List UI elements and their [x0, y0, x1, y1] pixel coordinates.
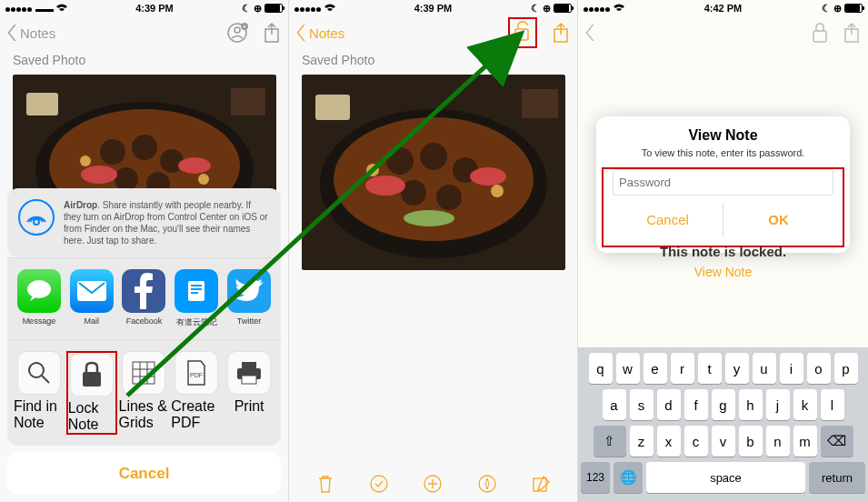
- check-circle-icon[interactable]: [369, 474, 389, 494]
- password-input[interactable]: [613, 169, 833, 196]
- keyboard: qwertyuiop asdfghjkl ⇧ zxcvbnm ⌫ 123 🌐 s…: [578, 347, 868, 502]
- nav-bar: [578, 16, 868, 49]
- action-lock[interactable]: Lock Note: [66, 351, 117, 435]
- app-mail[interactable]: Mail: [66, 269, 117, 328]
- phone-2: 4:39 PM ☾ ⊕ Notes Saved Photo: [289, 0, 578, 502]
- space-key[interactable]: space: [646, 462, 805, 493]
- key-a[interactable]: a: [603, 389, 626, 420]
- svg-text:+: +: [243, 24, 246, 30]
- key-x[interactable]: x: [657, 426, 681, 457]
- key-v[interactable]: v: [712, 426, 735, 457]
- unlock-icon[interactable]: [514, 21, 532, 41]
- app-label: Twitter: [237, 316, 262, 326]
- share-icon[interactable]: [263, 22, 281, 44]
- back-button[interactable]: Notes: [296, 25, 344, 41]
- dialog-cancel-button[interactable]: Cancel: [613, 203, 723, 236]
- trash-icon[interactable]: [315, 474, 335, 494]
- key-h[interactable]: h: [739, 389, 763, 420]
- key-k[interactable]: k: [793, 389, 817, 420]
- key-t[interactable]: t: [698, 353, 722, 384]
- compose-icon[interactable]: [531, 474, 551, 494]
- svg-point-14: [178, 157, 211, 174]
- status-bar: 4:39 PM ☾ ⊕: [289, 0, 577, 16]
- view-note-link[interactable]: View Note: [578, 265, 868, 279]
- app-facebook[interactable]: Facebook: [118, 269, 169, 328]
- app-message[interactable]: Message: [14, 269, 65, 328]
- back-label: Notes: [20, 25, 55, 41]
- dialog-ok-button[interactable]: OK: [723, 203, 833, 236]
- key-z[interactable]: z: [630, 426, 653, 457]
- backspace-key[interactable]: ⌫: [821, 426, 853, 457]
- svg-point-48: [404, 210, 454, 226]
- svg-point-13: [81, 166, 117, 184]
- key-e[interactable]: e: [644, 353, 667, 384]
- svg-point-46: [366, 164, 379, 176]
- key-g[interactable]: g: [712, 389, 735, 420]
- phone-1: ▬▬ 4:39 PM ☾ ⊕ Notes + Saved Photo AirDr…: [0, 0, 289, 502]
- svg-point-27: [29, 363, 44, 377]
- status-bar: ▬▬ 4:39 PM ☾ ⊕: [0, 0, 288, 16]
- svg-rect-29: [133, 362, 155, 384]
- key-d[interactable]: d: [657, 389, 681, 420]
- svg-point-51: [371, 476, 387, 492]
- lock-icon[interactable]: [812, 23, 828, 43]
- key-j[interactable]: j: [766, 389, 790, 420]
- back-button[interactable]: Notes: [7, 25, 55, 41]
- app-label: Facebook: [126, 316, 163, 326]
- key-l[interactable]: l: [821, 389, 844, 420]
- shift-key[interactable]: ⇧: [594, 426, 626, 457]
- plus-circle-icon[interactable]: [423, 474, 443, 494]
- svg-rect-23: [188, 281, 205, 301]
- app-youdao[interactable]: 有道云笔记: [171, 269, 222, 328]
- airdrop-section[interactable]: AirDrop. Share instantly with people nea…: [7, 188, 281, 257]
- key-i[interactable]: i: [780, 353, 803, 384]
- key-u[interactable]: u: [753, 353, 776, 384]
- app-twitter[interactable]: Twitter: [224, 269, 274, 328]
- return-key[interactable]: return: [809, 462, 865, 493]
- key-q[interactable]: q: [589, 353, 613, 384]
- key-f[interactable]: f: [684, 389, 708, 420]
- svg-point-8: [100, 139, 125, 165]
- note-title: Saved Photo: [0, 49, 288, 71]
- bottom-toolbar: [289, 466, 577, 502]
- back-button[interactable]: [585, 25, 598, 41]
- unlock-button-highlight: [508, 17, 537, 48]
- note-title: Saved Photo: [289, 49, 577, 71]
- action-pdf[interactable]: PDFCreate PDF: [171, 351, 222, 435]
- svg-point-16: [198, 174, 209, 185]
- app-label: 有道云笔记: [176, 316, 217, 328]
- globe-key[interactable]: 🌐: [614, 462, 643, 493]
- numbers-key[interactable]: 123: [581, 462, 610, 493]
- action-lines[interactable]: Lines & Grids: [118, 351, 169, 435]
- key-c[interactable]: c: [684, 426, 708, 457]
- keyboard-row-3: ⇧ zxcvbnm ⌫: [581, 426, 865, 457]
- action-print[interactable]: Print: [224, 351, 274, 435]
- key-p[interactable]: p: [834, 353, 858, 384]
- wifi-icon: [324, 4, 335, 13]
- locked-message: This note is locked. View Note: [578, 244, 868, 279]
- svg-point-15: [80, 156, 91, 166]
- cancel-button[interactable]: Cancel: [7, 453, 281, 495]
- key-s[interactable]: s: [630, 389, 653, 420]
- add-user-icon[interactable]: +: [226, 23, 248, 43]
- svg-rect-34: [515, 29, 528, 40]
- action-find[interactable]: Find in Note: [14, 351, 65, 435]
- svg-rect-33: [242, 376, 256, 384]
- key-w[interactable]: w: [616, 353, 640, 384]
- draw-icon[interactable]: [477, 474, 497, 494]
- key-y[interactable]: y: [725, 353, 749, 384]
- key-b[interactable]: b: [739, 426, 763, 457]
- action-label: Print: [234, 398, 264, 415]
- airdrop-icon: [18, 199, 55, 236]
- password-dialog: View Note To view this note, enter its p…: [596, 116, 850, 253]
- dialog-title: View Note: [596, 116, 850, 147]
- key-o[interactable]: o: [807, 353, 831, 384]
- nav-bar: Notes +: [0, 16, 288, 49]
- share-icon[interactable]: [843, 22, 861, 44]
- svg-rect-49: [315, 95, 350, 120]
- key-m[interactable]: m: [793, 426, 817, 457]
- action-label: Create PDF: [171, 398, 222, 431]
- key-r[interactable]: r: [671, 353, 694, 384]
- key-n[interactable]: n: [766, 426, 790, 457]
- share-icon[interactable]: [552, 22, 570, 44]
